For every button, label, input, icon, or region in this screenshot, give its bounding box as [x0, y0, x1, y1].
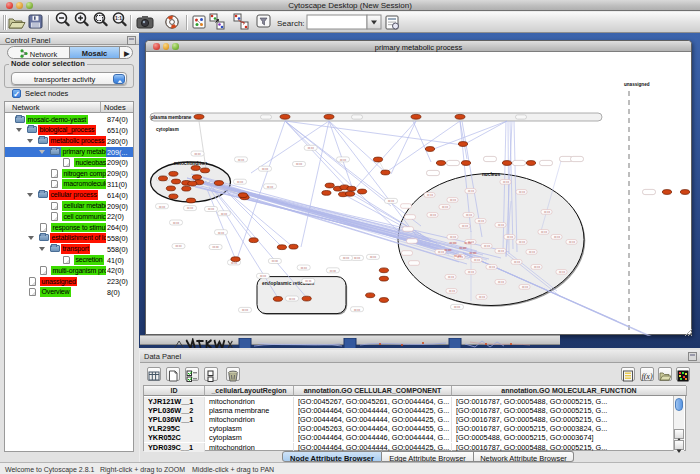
- svg-text:xx xx: xx xx: [242, 309, 249, 312]
- svg-text:xx xx: xx xx: [262, 168, 269, 171]
- svg-text:xx xx: xx xx: [272, 260, 279, 263]
- svg-text:xx xx: xx xx: [484, 245, 491, 248]
- svg-text:xx xx: xx xx: [267, 186, 274, 189]
- svg-text:xx xx: xx xx: [296, 163, 303, 166]
- svg-text:xx xx: xx xx: [450, 236, 457, 239]
- svg-text:xx xx: xx xx: [519, 191, 526, 194]
- svg-text:xx xx: xx xx: [260, 275, 267, 278]
- svg-text:xx xx: xx xx: [187, 207, 194, 210]
- svg-text:xx xx: xx xx: [474, 259, 481, 262]
- svg-text:xx xx: xx xx: [159, 206, 166, 209]
- svg-text:nucleus: nucleus: [482, 172, 500, 177]
- svg-text:xx xx: xx xx: [450, 199, 457, 202]
- svg-text:xx xx: xx xx: [354, 257, 361, 260]
- svg-text:xx xx: xx xx: [237, 181, 244, 184]
- svg-text:xx xxx: xx xxx: [449, 242, 457, 245]
- svg-text:xx xx: xx xx: [308, 147, 315, 150]
- svg-text:xx xx: xx xx: [466, 214, 473, 217]
- svg-text:xx xx: xx xx: [519, 241, 526, 244]
- svg-text:unassigned: unassigned: [624, 82, 650, 87]
- svg-text:xx xx: xx xx: [448, 276, 455, 279]
- svg-text:xx xx: xx xx: [354, 309, 361, 312]
- svg-text:xx xx: xx xx: [305, 280, 312, 283]
- svg-text:xx xx: xx xx: [343, 257, 350, 260]
- svg-text:xx xx: xx xx: [231, 262, 238, 265]
- svg-text:xx xx: xx xx: [498, 281, 505, 284]
- svg-text:xx xx: xx xx: [468, 271, 475, 274]
- svg-text:xx xxx: xx xxx: [454, 255, 462, 258]
- svg-text:xx xx: xx xx: [479, 296, 486, 299]
- svg-text:plasma membrane: plasma membrane: [151, 115, 192, 120]
- svg-text:xx xx: xx xx: [489, 266, 496, 269]
- svg-text:xx xx: xx xx: [430, 214, 437, 217]
- svg-text:xx xx: xx xx: [554, 236, 561, 239]
- svg-text:f(x): f(x): [641, 372, 652, 381]
- svg-text:xx xx: xx xx: [462, 225, 469, 228]
- svg-text:xx xx: xx xx: [529, 251, 536, 254]
- svg-text:xx xx: xx xx: [208, 208, 215, 211]
- svg-text:xx xx: xx xx: [442, 206, 449, 209]
- svg-text:xx xx: xx xx: [340, 159, 347, 162]
- svg-text:xx xx: xx xx: [478, 220, 485, 223]
- svg-text:mitochondrion: mitochondrion: [174, 161, 208, 166]
- svg-text:xx xx: xx xx: [454, 306, 461, 309]
- svg-text:xx xx: xx xx: [498, 250, 505, 253]
- svg-text:xx xx: xx xx: [503, 181, 510, 184]
- svg-text:xx xxx: xx xxx: [464, 242, 472, 245]
- svg-text:xx xx: xx xx: [289, 298, 296, 301]
- svg-text:xx xx: xx xx: [175, 245, 182, 248]
- svg-text:xx xx: xx xx: [427, 194, 434, 197]
- svg-text:cytoplasm: cytoplasm: [156, 127, 179, 132]
- svg-text:Search:: Search:: [277, 19, 305, 28]
- svg-text:xx xx: xx xx: [541, 231, 548, 234]
- svg-text:xx xx: xx xx: [238, 159, 245, 162]
- svg-text:xx xx: xx xx: [388, 200, 395, 203]
- svg-text:xx xxx: xx xxx: [469, 252, 477, 255]
- svg-text:xx xxx: xx xxx: [444, 249, 452, 252]
- svg-text:xx xx: xx xx: [301, 267, 308, 270]
- svg-text:xx xx: xx xx: [449, 290, 456, 293]
- svg-text:xx xx: xx xx: [522, 286, 529, 289]
- svg-text:xx xx: xx xx: [213, 246, 220, 249]
- svg-text:xx xx: xx xx: [498, 224, 505, 227]
- svg-text:1:1: 1:1: [115, 15, 122, 21]
- svg-text:xx xxx: xx xxx: [459, 247, 467, 250]
- svg-text:xx xx: xx xx: [218, 232, 225, 235]
- svg-text:xx xx: xx xx: [534, 266, 541, 269]
- svg-text:xx xx: xx xx: [544, 211, 551, 214]
- svg-text:xx xx: xx xx: [514, 261, 521, 264]
- svg-text:xx xx: xx xx: [330, 270, 337, 273]
- svg-text:xx xx: xx xx: [507, 236, 514, 239]
- svg-text:xx xx: xx xx: [559, 271, 566, 274]
- svg-text:xx xx: xx xx: [221, 213, 228, 216]
- svg-text:xx xx: xx xx: [370, 256, 377, 259]
- svg-text:xx xx: xx xx: [569, 241, 576, 244]
- svg-text:xx xx: xx xx: [194, 153, 201, 156]
- svg-text:xx xx: xx xx: [173, 222, 180, 225]
- svg-text:xx xx: xx xx: [468, 190, 475, 193]
